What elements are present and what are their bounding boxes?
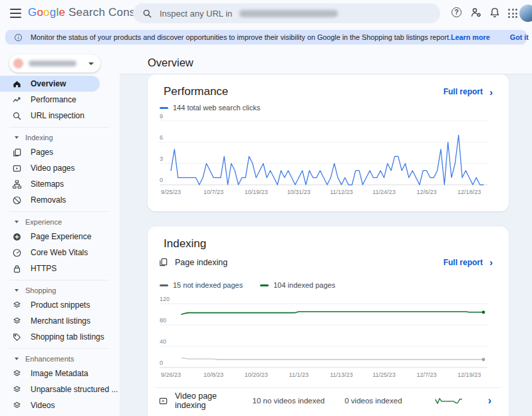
chevron-right-icon[interactable]: › — [488, 395, 491, 407]
chevron-right-icon: › — [489, 87, 493, 97]
sidebar-item-label: Performance — [31, 95, 76, 104]
legend-indexed: 104 indexed pages — [260, 281, 335, 289]
video-page-indexing-label: Video page indexing — [175, 391, 246, 410]
sidebar-item-unparsable-structured[interactable]: Unparsable structured ... — [0, 381, 120, 397]
full-report-label: Full report — [444, 258, 483, 267]
sidebar-item-label: URL inspection — [31, 111, 84, 120]
svg-text:11/12/23: 11/12/23 — [330, 189, 352, 195]
svg-text:12/7/23: 12/7/23 — [417, 371, 437, 378]
sidebar-item-core-web-vitals[interactable]: Core Web Vitals — [0, 245, 120, 260]
sidebar-item-label: Unparsable structured ... — [31, 385, 118, 394]
layers-icon — [12, 300, 22, 310]
sidebar-section-shopping[interactable]: Shopping — [0, 284, 120, 297]
sidebar-item-shopping-tab-listings[interactable]: Shopping tab listings — [0, 329, 120, 345]
svg-text:0: 0 — [160, 360, 163, 366]
tag-icon — [12, 332, 22, 342]
svg-text:11/24/23: 11/24/23 — [372, 189, 395, 195]
svg-text:11/13/23: 11/13/23 — [330, 371, 352, 378]
chevron-down-icon — [15, 221, 19, 223]
svg-text:3: 3 — [160, 156, 163, 162]
legend-not-indexed: 15 not indexed pages — [160, 281, 243, 289]
sidebar-item-product-snippets[interactable]: Product snippets — [0, 297, 120, 313]
pages-icon — [12, 148, 22, 157]
sitemap-icon — [12, 179, 22, 189]
remove-slash-icon — [12, 195, 22, 205]
sidebar-divider — [9, 211, 109, 212]
video-icon — [158, 396, 168, 406]
redacted-property-url — [239, 10, 338, 17]
legend-label: 144 total web search clicks — [173, 104, 260, 112]
search-placeholder: Inspect any URL in — [160, 9, 232, 19]
url-inspect-input[interactable]: Inspect any URL in — [133, 3, 440, 23]
performance-full-report-link[interactable]: Full report › — [444, 87, 493, 97]
sidebar-section-experience[interactable]: Experience — [0, 215, 120, 229]
pages-icon — [158, 257, 168, 267]
indexing-card-title: Indexing — [164, 237, 206, 251]
section-label: Enhancements — [25, 355, 74, 363]
sidebar-item-overview[interactable]: Overview — [0, 76, 100, 92]
chevron-down-icon — [88, 62, 94, 65]
chevron-right-icon: › — [489, 257, 493, 267]
sidebar-item-https[interactable]: HTTPS — [0, 260, 120, 276]
sidebar-item-label: Image Metadata — [31, 369, 88, 378]
svg-text:12/18/23: 12/18/23 — [458, 189, 481, 195]
sidebar-item-pages[interactable]: Pages — [0, 144, 120, 160]
sidebar-item-label: Videos — [31, 401, 55, 410]
sidebar-item-merchant-listings[interactable]: Merchant listings — [0, 313, 120, 329]
sidebar-item-label: Core Web Vitals — [31, 248, 88, 257]
manage-users-icon[interactable] — [470, 7, 482, 21]
sidebar-item-label: Page Experience — [31, 232, 91, 241]
svg-text:12/19/23: 12/19/23 — [458, 371, 481, 378]
account-avatar[interactable] — [519, 5, 532, 22]
svg-text:12/6/23: 12/6/23 — [417, 189, 437, 195]
section-label: Indexing — [25, 134, 53, 142]
learn-more-link[interactable]: Learn more — [451, 33, 490, 41]
got-it-button[interactable]: Got it — [510, 33, 529, 41]
redacted-property-name — [29, 60, 76, 66]
property-selector[interactable] — [9, 54, 100, 72]
page-indexing-row: Page indexing Full report › — [148, 257, 509, 267]
shopping-promo-banner: i Monitor the status of your products an… — [5, 30, 527, 45]
apps-grid-icon[interactable] — [508, 9, 517, 18]
top-app-bar: GoogleSearch Console Inspect any URL in … — [0, 0, 532, 27]
sidebar-item-video-pages[interactable]: Video pages — [0, 160, 120, 176]
sidebar-item-page-experience[interactable]: Page Experience — [0, 229, 120, 245]
section-label: Shopping — [25, 286, 57, 294]
video-page-indexing-row[interactable]: Video page indexing 10 no videos indexed… — [148, 388, 509, 413]
sidebar-item-sitemaps[interactable]: Sitemaps — [0, 176, 120, 192]
svg-text:10/8/23: 10/8/23 — [203, 371, 223, 378]
svg-text:0: 0 — [160, 177, 163, 183]
property-avatar — [13, 58, 23, 68]
sidebar-item-url-inspection[interactable]: URL inspection — [0, 108, 120, 124]
sidebar-item-performance[interactable]: Performance — [0, 92, 120, 108]
videos-indexed-count: 0 videos indexed — [344, 397, 402, 405]
svg-text:11/1/23: 11/1/23 — [289, 371, 309, 378]
sidebar-item-removals[interactable]: Removals — [0, 192, 120, 208]
sidebar-item-label: Removals — [31, 195, 66, 205]
svg-text:9: 9 — [160, 113, 163, 120]
sidebar-section-enhancements[interactable]: Enhancements — [0, 352, 120, 365]
indexing-card: Indexing Page indexing Full report › 15 … — [148, 227, 509, 416]
svg-text:80: 80 — [160, 317, 166, 324]
trending-up-icon — [12, 95, 22, 105]
sidebar-item-label: Pages — [31, 148, 53, 157]
sidebar-section-indexing[interactable]: Indexing — [0, 131, 120, 144]
layers-icon — [12, 401, 22, 411]
sidebar-divider — [9, 127, 109, 128]
performance-card-title: Performance — [164, 85, 228, 98]
page-indexing-label: Page indexing — [175, 258, 227, 267]
svg-text:10/31/23: 10/31/23 — [287, 189, 311, 195]
sidebar-item-videos[interactable]: Videos — [0, 397, 120, 413]
sidebar-item-image-metadata[interactable]: Image Metadata — [0, 365, 120, 381]
help-icon[interactable]: ? — [452, 7, 462, 17]
svg-text:120: 120 — [160, 296, 170, 302]
sidebar-item-label: Video pages — [31, 163, 75, 173]
chevron-down-icon — [15, 136, 19, 139]
notifications-icon[interactable] — [489, 7, 501, 21]
menu-icon[interactable] — [10, 9, 21, 18]
sidebar-item-label: Overview — [31, 79, 66, 88]
search-icon — [12, 111, 22, 121]
indexing-full-report-link[interactable]: Full report › — [444, 257, 493, 267]
search-console-app: GoogleSearch Console Inspect any URL in … — [0, 0, 532, 416]
info-icon: i — [15, 34, 22, 41]
